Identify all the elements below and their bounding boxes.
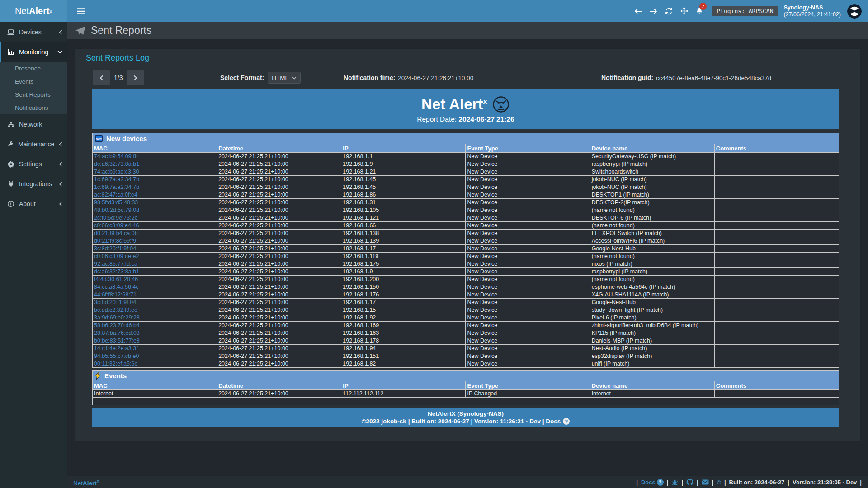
separator: | bbox=[860, 479, 862, 486]
sidebar-item-devices[interactable]: Devices bbox=[0, 22, 67, 42]
format-select[interactable]: HTML bbox=[268, 72, 301, 84]
table-cell bbox=[714, 260, 839, 268]
mac-link[interactable]: c0:06:c3:09:de:e2 bbox=[94, 253, 139, 259]
sidebar-item-presence[interactable]: Presence bbox=[0, 62, 67, 75]
notifications-bell-button[interactable]: 7 bbox=[692, 0, 707, 22]
table-cell bbox=[714, 329, 839, 337]
table-cell: New Device bbox=[466, 345, 590, 352]
mac-link[interactable]: 2c:f0:5d:9e:73:2c bbox=[94, 215, 137, 221]
next-page-button[interactable] bbox=[127, 70, 144, 85]
table-cell: 1c:69:7a:a2:34:7b bbox=[93, 183, 217, 191]
table-cell: New Device bbox=[466, 299, 590, 306]
email-link[interactable] bbox=[702, 479, 709, 485]
table-row: 1c:69:7a:a2:34:7b2024-06-27 21:25:21+10:… bbox=[93, 176, 839, 183]
sidebar: Devices Monitoring Presence Events Sent … bbox=[0, 22, 67, 488]
mac-link[interactable]: 58:b6:23:70:d6:b4 bbox=[94, 322, 140, 328]
github-link[interactable] bbox=[686, 479, 693, 486]
table-cell: New Device bbox=[466, 268, 590, 276]
table-cell: nixos (IP match) bbox=[590, 260, 714, 268]
docs-link[interactable]: Docs? bbox=[641, 479, 664, 486]
separator: | bbox=[712, 479, 714, 486]
mac-link[interactable]: 74:ac:b9:54:09:fb bbox=[94, 153, 138, 160]
table-cell: DESKTOP-6 (IP match) bbox=[590, 214, 714, 222]
table-cell: 2024-06-27 21:25:21+10:00 bbox=[217, 329, 341, 337]
nav-refresh-button[interactable] bbox=[661, 0, 676, 22]
arrows-move-icon bbox=[680, 7, 688, 15]
mac-link[interactable]: 94:b5:55:c7:cb:e0 bbox=[94, 353, 139, 359]
table-cell: c0:06:c3:09:e4:46 bbox=[93, 222, 217, 230]
question-icon[interactable]: ? bbox=[563, 418, 570, 425]
user-avatar[interactable] bbox=[847, 4, 862, 19]
table-row: 2c:f0:5d:9e:73:2c2024-06-27 21:25:21+10:… bbox=[93, 214, 839, 222]
table-row: d0:21:f9:8c:59:f92024-06-27 21:25:21+10:… bbox=[93, 237, 839, 245]
wrench-icon bbox=[7, 141, 14, 147]
bug-report-link[interactable] bbox=[671, 479, 678, 486]
table-cell bbox=[714, 352, 839, 360]
mac-link[interactable]: b0:be:83:51:77:e8 bbox=[94, 338, 140, 344]
column-header: Comments bbox=[714, 381, 839, 390]
sidebar-item-integrations[interactable]: Integrations bbox=[0, 174, 67, 194]
table-cell: 2024-06-27 21:25:21+10:00 bbox=[217, 291, 341, 299]
sent-reports-box: Sent Reports Log 1/3 Select Format: HTML… bbox=[75, 49, 860, 441]
footer-brand-link[interactable]: NetAlertx bbox=[73, 478, 99, 487]
table-cell bbox=[714, 299, 839, 306]
sidebar-toggle-button[interactable] bbox=[73, 0, 89, 22]
mac-link[interactable]: 14:c1:4e:2e:a3:3f bbox=[94, 345, 138, 352]
mac-link[interactable]: 48:b0:2d:5c:79:0d bbox=[94, 207, 139, 213]
mac-link[interactable]: 28:87:ba:76:ed:03 bbox=[94, 330, 140, 336]
table-cell: d0:21:f9:8c:59:f9 bbox=[93, 237, 217, 245]
mac-link[interactable]: c0:06:c3:09:e4:46 bbox=[94, 222, 139, 229]
app-logo[interactable]: NetAlertx bbox=[0, 0, 67, 22]
mac-link[interactable]: 00:11:32:ef:a5:6c bbox=[94, 361, 137, 367]
mac-link[interactable]: 1c:69:7a:a2:34:7b bbox=[94, 184, 139, 190]
nav-move-button[interactable] bbox=[676, 0, 692, 22]
sidebar-item-label: Monitoring bbox=[19, 48, 48, 56]
table-row: 84:cc:a8:4a:56:4c2024-06-27 21:25:21+10:… bbox=[93, 283, 839, 291]
column-header: MAC bbox=[93, 144, 217, 153]
nav-back-button[interactable] bbox=[630, 0, 646, 22]
nav-forward-button[interactable] bbox=[646, 0, 661, 22]
license-link[interactable]: © bbox=[717, 479, 721, 486]
mac-link[interactable]: 44:6f:f8:12:68:71 bbox=[94, 291, 137, 298]
table-cell: New Device bbox=[466, 230, 590, 237]
box-title: Sent Reports Log bbox=[86, 53, 149, 63]
table-cell bbox=[714, 168, 839, 176]
sidebar-item-notifications[interactable]: Notifications bbox=[0, 101, 67, 114]
mac-link[interactable]: 3a:9d:69:e0:29:28 bbox=[94, 314, 140, 321]
table-row: c0:06:c3:09:de:e22024-06-27 21:25:21+10:… bbox=[93, 253, 839, 260]
mac-link[interactable]: 84:cc:a8:4a:56:4c bbox=[94, 284, 139, 290]
table-cell: 192.168.1.17 bbox=[341, 299, 466, 306]
sidebar-item-sent-reports[interactable]: Sent Reports bbox=[0, 88, 67, 101]
prev-page-button[interactable] bbox=[93, 70, 110, 85]
table-cell: Nest-Audio (IP match) bbox=[590, 345, 714, 352]
sidebar-item-maintenance[interactable]: Maintenance bbox=[0, 134, 67, 154]
table-cell: 192.168.1.176 bbox=[341, 291, 466, 299]
separator: | bbox=[697, 479, 698, 486]
sidebar-item-network[interactable]: Network bbox=[0, 114, 67, 134]
mac-link[interactable]: dc:a6:32:73:8a:b1 bbox=[94, 161, 139, 167]
mac-link[interactable]: 3c:8d:20:f1:9f:04 bbox=[94, 245, 136, 252]
table-cell: 2024-06-27 21:25:21+10:00 bbox=[217, 153, 341, 160]
table-cell: 2024-06-27 21:25:21+10:00 bbox=[217, 276, 341, 283]
mac-link[interactable]: ac:82:47:ca:0f:e4 bbox=[94, 192, 137, 198]
mac-link[interactable]: f4:4d:30:61:20:46 bbox=[94, 276, 138, 282]
sidebar-item-label: Network bbox=[19, 121, 42, 128]
mac-link[interactable]: 92:ac:85:77:fd:ca bbox=[94, 261, 137, 267]
sidebar-item-settings[interactable]: Settings bbox=[0, 154, 67, 174]
table-row: 1c:69:7a:a2:34:7b2024-06-27 21:25:21+10:… bbox=[93, 183, 839, 191]
sidebar-item-events[interactable]: Events bbox=[0, 75, 67, 88]
mac-link[interactable]: bc:dd:c2:32:f9:ee bbox=[94, 307, 137, 313]
table-cell: 1c:69:7a:a2:34:7b bbox=[93, 176, 217, 183]
table-cell bbox=[714, 306, 839, 314]
plugins-status-badge[interactable]: Plugins: ARPSCAN bbox=[712, 6, 778, 16]
sidebar-item-about[interactable]: About bbox=[0, 194, 67, 214]
table-cell: study_down_light (IP match) bbox=[590, 306, 714, 314]
sidebar-item-monitoring[interactable]: Monitoring bbox=[0, 42, 67, 62]
mac-link[interactable]: d0:21:f9:8c:59:f9 bbox=[94, 238, 136, 244]
mac-link[interactable]: 74:ac:b9:ad:c3:30 bbox=[94, 169, 139, 175]
mac-link[interactable]: 3c:8d:20:f1:9f:04 bbox=[94, 299, 136, 305]
mac-link[interactable]: 1c:69:7a:a2:34:7b bbox=[94, 176, 139, 183]
mac-link[interactable]: d0:21:f9:b4:ca:0b bbox=[94, 230, 138, 236]
mac-link[interactable]: dc:a6:32:73:8a:b1 bbox=[94, 268, 139, 275]
mac-link[interactable]: 98:5f:d3:d5:40:33 bbox=[94, 199, 138, 206]
